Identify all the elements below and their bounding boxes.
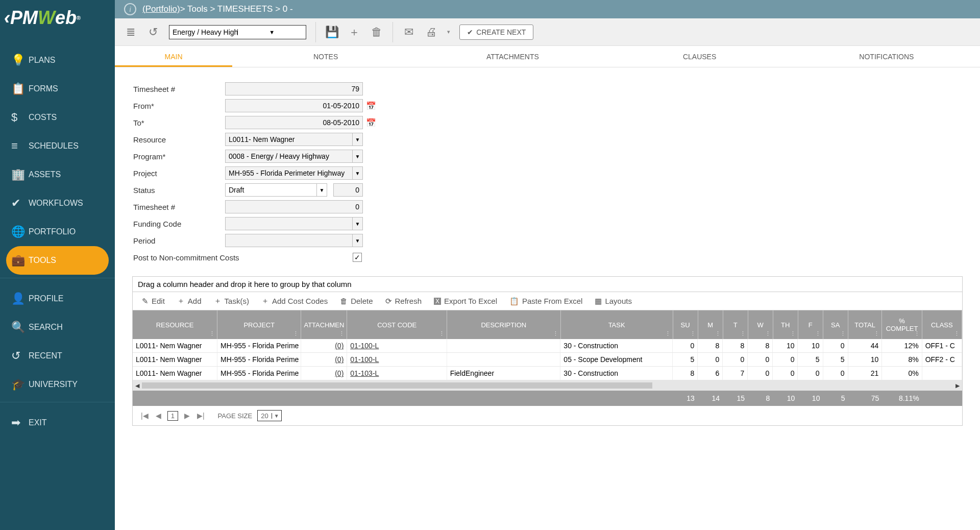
history-icon[interactable]: ↺ xyxy=(146,26,160,39)
col-m[interactable]: M⋮ xyxy=(698,310,723,339)
table-row[interactable]: L0011- Nem WagnerMH-955 - Florida Perime… xyxy=(133,367,962,380)
pager-first[interactable]: |◀ xyxy=(140,412,150,420)
col-w[interactable]: W⋮ xyxy=(748,310,773,339)
save-icon[interactable]: 💾 xyxy=(325,26,338,39)
sidebar-item-plans[interactable]: 💡PLANS xyxy=(0,46,115,75)
sidebar-item-profile[interactable]: 👤PROFILE xyxy=(0,284,115,313)
tab-notifications[interactable]: NOTIFICATIONS xyxy=(793,46,980,67)
sidebar-item-university[interactable]: 🎓UNIVERSITY xyxy=(0,370,115,399)
program-select[interactable]: 0008 - Energy / Heavy Highway▼ xyxy=(225,150,363,163)
calendar-icon[interactable]: 📅 xyxy=(366,118,376,128)
breadcrumb-portfolio[interactable]: (Portfolio) xyxy=(142,4,180,14)
project-select[interactable]: MH-955 - Florida Perimeter Highway▼ xyxy=(225,166,363,180)
funding-select[interactable]: ▼ xyxy=(225,217,363,230)
chevron-down-icon: ▼ xyxy=(352,234,362,247)
pager-next[interactable]: ▶ xyxy=(183,412,191,420)
check-icon: ✔ xyxy=(467,28,473,36)
list-icon[interactable]: ≣ xyxy=(124,26,137,39)
email-icon[interactable]: ✉ xyxy=(402,26,415,39)
grid-totals: 131415810105758.11% xyxy=(133,391,962,406)
refresh-icon: ⟳ xyxy=(385,297,392,306)
col-description[interactable]: DESCRIPTION⋮ xyxy=(447,310,561,339)
sidebar-exit[interactable]: ➡EXIT xyxy=(0,408,115,437)
scroll-right-icon[interactable]: ▶ xyxy=(953,382,962,389)
refresh-button[interactable]: ⟳Refresh xyxy=(385,296,422,306)
print-chevron-icon[interactable]: ▾ xyxy=(447,29,450,35)
export-button[interactable]: XExport To Excel xyxy=(434,296,497,306)
from-date-input[interactable] xyxy=(225,99,363,112)
status-value[interactable] xyxy=(333,183,363,197)
excel-icon: X xyxy=(434,298,441,305)
sidebar-item-workflows[interactable]: ✔WORKFLOWS xyxy=(0,189,115,218)
logo[interactable]: ‹PMWeb® xyxy=(0,0,115,36)
group-hint[interactable]: Drag a column header and drop it here to… xyxy=(133,277,962,292)
col-sa[interactable]: SA⋮ xyxy=(823,310,848,339)
grid: Drag a column header and drop it here to… xyxy=(132,276,963,426)
context-selector[interactable]: Energy / Heavy Highway-Florida Perin▼ xyxy=(169,25,306,39)
timesheet-number2-input[interactable] xyxy=(225,200,363,213)
delete-button[interactable]: 🗑Delete xyxy=(340,296,373,306)
sidebar-item-assets[interactable]: 🏢ASSETS xyxy=(0,160,115,189)
assets-icon: 🏢 xyxy=(11,168,29,181)
grid-hscroll[interactable]: ◀ ▶ xyxy=(133,380,962,391)
col-project[interactable]: PROJECT⋮ xyxy=(217,310,301,339)
add-button[interactable]: ＋Add xyxy=(177,296,202,306)
status-select[interactable]: Draft▼ xyxy=(225,183,327,197)
sidebar-item-costs[interactable]: $COSTS xyxy=(0,103,115,132)
col-class[interactable]: CLASS⋮ xyxy=(922,310,962,339)
info-icon[interactable]: i xyxy=(124,3,136,15)
costs-icon: $ xyxy=(11,111,29,124)
sidebar-item-forms[interactable]: 📋FORMS xyxy=(0,75,115,103)
col-complet[interactable]: % COMPLET⋮ xyxy=(882,310,922,339)
tasks-button[interactable]: ＋Task(s) xyxy=(214,296,249,306)
period-select[interactable]: ▼ xyxy=(225,234,363,247)
col-f[interactable]: F⋮ xyxy=(798,310,823,339)
sidebar-item-schedules[interactable]: ≡SCHEDULES xyxy=(0,132,115,160)
create-next-button[interactable]: ✔CREATE NEXT xyxy=(459,25,533,40)
tab-attachments[interactable]: ATTACHMENTS xyxy=(419,46,606,67)
col-task[interactable]: TASK⋮ xyxy=(561,310,673,339)
chevron-down-icon: ▼ xyxy=(352,218,362,230)
page-size-select[interactable]: 20▼ xyxy=(257,410,281,421)
print-icon[interactable]: 🖨 xyxy=(425,26,438,39)
tab-main[interactable]: MAIN xyxy=(115,46,232,67)
pager-current: 1 xyxy=(167,411,178,421)
col-resource[interactable]: RESOURCE⋮ xyxy=(133,310,217,339)
sidebar-item-tools[interactable]: 💼TOOLS xyxy=(6,246,109,275)
col-t[interactable]: T⋮ xyxy=(723,310,748,339)
post-checkbox[interactable]: ✓ xyxy=(353,253,362,262)
scroll-left-icon[interactable]: ◀ xyxy=(133,382,142,389)
form-area: Timesheet # From*📅 To*📅 ResourceL0011- N… xyxy=(115,67,980,271)
layouts-button[interactable]: ▦Layouts xyxy=(595,296,632,306)
sidebar-item-portfolio[interactable]: 🌐PORTFOLIO xyxy=(0,218,115,246)
tab-clauses[interactable]: CLAUSES xyxy=(606,46,793,67)
pager-prev[interactable]: ◀ xyxy=(155,412,162,420)
add-costcodes-button[interactable]: ＋Add Cost Codes xyxy=(261,296,328,306)
pager-last[interactable]: ▶| xyxy=(196,412,206,420)
breadcrumb: i (Portfolio) > Tools > TIMESHEETS > 0 - xyxy=(115,0,980,18)
resource-select[interactable]: L0011- Nem Wagner▼ xyxy=(225,133,363,146)
col-costcode[interactable]: COST CODE⋮ xyxy=(347,310,447,339)
grid-header: RESOURCE⋮PROJECT⋮ATTACHMEN⋮COST CODE⋮DES… xyxy=(133,310,962,339)
paste-button[interactable]: 📋Paste From Excel xyxy=(509,296,582,306)
to-date-input[interactable] xyxy=(225,116,363,129)
sidebar-item-recent[interactable]: ↺RECENT xyxy=(0,342,115,370)
university-icon: 🎓 xyxy=(11,378,29,391)
calendar-icon[interactable]: 📅 xyxy=(366,101,376,111)
clipboard-icon: 📋 xyxy=(509,297,519,306)
timesheet-number-input[interactable] xyxy=(225,82,363,95)
recent-icon: ↺ xyxy=(11,349,29,363)
col-total[interactable]: TOTAL⋮ xyxy=(848,310,883,339)
chevron-down-icon: ▼ xyxy=(352,133,362,146)
col-th[interactable]: TH⋮ xyxy=(773,310,798,339)
add-icon[interactable]: ＋ xyxy=(348,26,361,39)
tab-notes[interactable]: NOTES xyxy=(232,46,419,67)
table-row[interactable]: L0011- Nem WagnerMH-955 - Florida Perime… xyxy=(133,353,962,367)
forms-icon: 📋 xyxy=(11,82,29,95)
col-attachmen[interactable]: ATTACHMEN⋮ xyxy=(301,310,347,339)
edit-button[interactable]: ✎Edit xyxy=(142,296,165,306)
table-row[interactable]: L0011- Nem WagnerMH-955 - Florida Perime… xyxy=(133,339,962,353)
sidebar-item-search[interactable]: 🔍SEARCH xyxy=(0,313,115,342)
delete-icon[interactable]: 🗑 xyxy=(370,26,383,39)
col-su[interactable]: SU⋮ xyxy=(673,310,698,339)
